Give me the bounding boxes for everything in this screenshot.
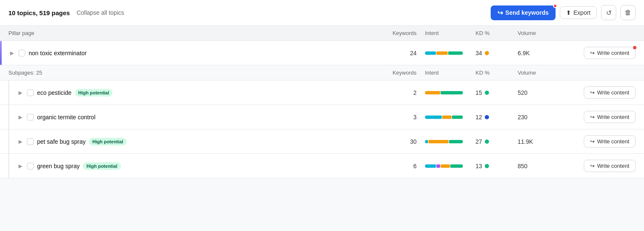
subpage-intent-bar (425, 140, 463, 143)
volume-col-header: Volume (518, 30, 568, 36)
kd-col-header: KD % (476, 30, 518, 36)
subpage-row-left: ▶pet safe bug sprayHigh potential (17, 138, 374, 145)
subpage-checkbox[interactable] (27, 163, 34, 169)
send-icon: ↪ (497, 9, 503, 17)
subpage-keywords: 30 (374, 138, 425, 145)
collapse-all-link[interactable]: Collapse all topics (77, 9, 124, 16)
subpage-actions: ↪Write content (568, 160, 636, 172)
left-bracket (8, 81, 9, 105)
subpage-name: eco pesticide (37, 89, 72, 96)
trash-button[interactable]: 🗑 (620, 5, 636, 20)
subpage-volume: 11.9K (518, 138, 568, 145)
subpages-header: Subpages: 25 Keywords Intent KD % Volume (0, 65, 644, 81)
actions-col-header (568, 30, 636, 36)
left-bracket (8, 105, 9, 129)
sub-keywords-col: Keywords (374, 70, 425, 76)
pillar-keywords: 24 (374, 50, 425, 56)
subpage-actions: ↪Write content (568, 135, 636, 148)
subpage-checkbox[interactable] (27, 138, 34, 145)
subpage-chevron[interactable]: ▶ (17, 163, 24, 169)
subpage-chevron[interactable]: ▶ (17, 139, 24, 145)
topic-count: 10 topics, 519 pages (8, 9, 70, 16)
subpage-kd-dot (485, 91, 489, 95)
subpage-row: ▶organic termite control312230↪Write con… (0, 105, 644, 129)
subpage-volume: 230 (518, 114, 568, 121)
subpage-volume: 850 (518, 163, 568, 169)
pillar-intent-bar (425, 51, 463, 55)
subpage-name: pet safe bug spray (37, 138, 86, 145)
subpage-kd-value: 15 (476, 89, 482, 96)
subpage-row: ▶pet safe bug sprayHigh potential302711.… (0, 129, 644, 154)
subpage-actions: ↪Write content (568, 111, 636, 123)
pillar-chevron[interactable]: ▶ (8, 50, 15, 56)
pillar-kd-dot (485, 51, 489, 55)
write-icon: ↪ (590, 138, 595, 145)
subpage-row-left: ▶eco pesticideHigh potential (17, 89, 374, 97)
send-keywords-button[interactable]: ↪ Send keywords (491, 5, 556, 20)
export-button[interactable]: ⬆ Export (560, 6, 597, 19)
subpage-intent-bar (425, 91, 463, 94)
pillar-page-name: non toxic exterminator (29, 50, 87, 56)
subpage-row: ▶eco pesticideHigh potential215520↪Write… (0, 81, 644, 105)
keywords-col-header: Keywords (374, 30, 425, 36)
write-icon: ↪ (590, 163, 595, 169)
subpage-keywords: 3 (374, 114, 425, 121)
pillar-checkbox[interactable] (19, 50, 25, 56)
subpage-kd-dot (485, 140, 489, 144)
subpage-checkbox[interactable] (27, 114, 34, 121)
intent-col-header: Intent (425, 30, 476, 36)
subpages-list: ▶eco pesticideHigh potential215520↪Write… (0, 81, 644, 178)
write-icon: ↪ (590, 89, 595, 96)
subpage-keywords: 2 (374, 89, 425, 96)
pillar-row: ▶ non toxic exterminator 24 34 6.9K ↪ Wr… (0, 41, 644, 65)
subpage-chevron[interactable]: ▶ (17, 90, 24, 96)
subpage-write-button[interactable]: ↪Write content (584, 111, 636, 123)
pillar-kd: 34 (476, 50, 518, 56)
subpage-write-button[interactable]: ↪Write content (584, 135, 636, 148)
pillar-kd-value: 34 (476, 50, 482, 56)
subpage-name: organic termite control (37, 114, 96, 121)
subpage-checkbox[interactable] (27, 89, 34, 96)
sub-actions-col (568, 70, 636, 76)
subpage-row-left: ▶green bug sprayHigh potential (17, 162, 374, 170)
write-icon: ↪ (590, 114, 595, 120)
pillar-write-button[interactable]: ↪ Write content (584, 47, 636, 59)
top-bar-right: ↪ Send keywords ⬆ Export ↺ 🗑 (491, 5, 636, 20)
subpage-write-button[interactable]: ↪Write content (584, 160, 636, 172)
send-keywords-label: Send keywords (505, 9, 549, 16)
subpage-kd: 12 (476, 114, 518, 121)
subpage-keywords: 6 (374, 163, 425, 169)
subpage-write-label: Write content (597, 114, 629, 120)
subpage-chevron[interactable]: ▶ (17, 114, 24, 120)
high-potential-badge: High potential (83, 162, 120, 170)
export-icon: ⬆ (566, 9, 571, 16)
subpages-count: Subpages: 25 (8, 70, 374, 76)
table-header: Pillar page Keywords Intent KD % Volume (0, 26, 644, 41)
sub-kd-col: KD % (476, 70, 518, 76)
pillar-write-label: Write content (597, 50, 629, 56)
subpage-row-left: ▶organic termite control (17, 114, 374, 121)
subpage-kd-value: 12 (476, 114, 482, 121)
subpage-kd-dot (485, 115, 489, 119)
subpage-actions: ↪Write content (568, 86, 636, 99)
subpage-name: green bug spray (37, 163, 80, 169)
subpage-kd: 15 (476, 89, 518, 96)
refresh-button[interactable]: ↺ (601, 5, 616, 20)
subpage-kd-value: 13 (476, 163, 482, 169)
write-notif-dot (633, 46, 636, 49)
top-bar-left: 10 topics, 519 pages Collapse all topics (8, 9, 124, 16)
notif-dot (553, 4, 557, 8)
high-potential-badge: High potential (75, 89, 112, 97)
high-potential-badge: High potential (89, 138, 126, 145)
subpage-write-button[interactable]: ↪Write content (584, 86, 636, 99)
subpage-row: ▶green bug sprayHigh potential613850↪Wri… (0, 154, 644, 178)
subpage-kd-value: 27 (476, 138, 482, 145)
trash-icon: 🗑 (625, 9, 631, 16)
pillar-actions: ↪ Write content (568, 47, 636, 59)
subpage-write-label: Write content (597, 138, 629, 145)
subpage-volume: 520 (518, 89, 568, 96)
subpage-intent-bar (425, 116, 463, 119)
pillar-accent (0, 41, 2, 65)
pillar-volume: 6.9K (518, 50, 568, 56)
top-bar: 10 topics, 519 pages Collapse all topics… (0, 0, 644, 26)
